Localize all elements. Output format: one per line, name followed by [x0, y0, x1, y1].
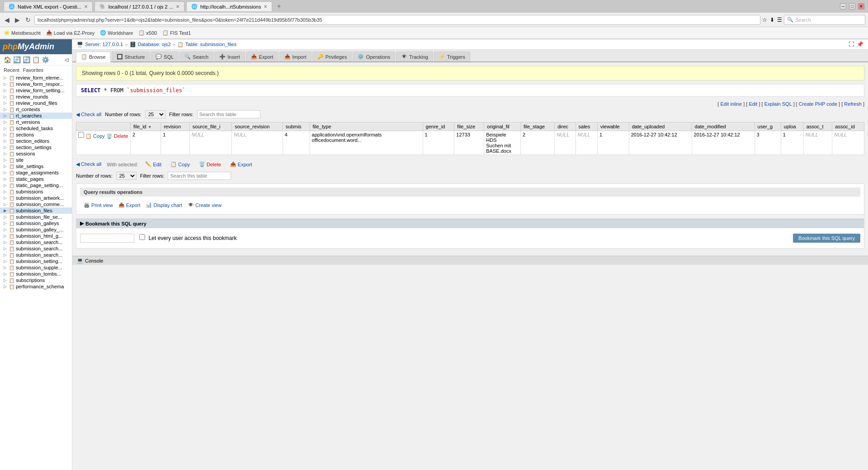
col-uploa[interactable]: uploa: [781, 122, 803, 131]
tab-browse[interactable]: 📋 Browse: [76, 52, 111, 62]
col-file-size[interactable]: file_size: [454, 122, 484, 131]
maximize-button[interactable]: □: [849, 3, 855, 9]
bookmark-meistbesucht[interactable]: ⭐ Meistbesucht: [4, 30, 41, 36]
new-tab-button[interactable]: ＋: [274, 2, 284, 10]
tab-triggers[interactable]: ⚡ Triggers: [434, 52, 470, 61]
browser-search-bar[interactable]: 🔍 Search: [784, 15, 865, 25]
bookmark-label-input[interactable]: [80, 234, 134, 243]
col-original-file[interactable]: original_fil: [484, 122, 521, 131]
tab-close-2[interactable]: ✕: [176, 4, 179, 9]
address-bar[interactable]: localhost/phpmyadmin/sql.php?server=1&db…: [34, 15, 760, 25]
col-revision[interactable]: revision: [161, 122, 190, 131]
refresh-icon[interactable]: 🔄: [23, 56, 30, 63]
tab-close-1[interactable]: ✕: [84, 4, 88, 9]
console-bar[interactable]: 💻 Console: [72, 256, 868, 265]
sidebar-item-review-form-respor[interactable]: ▷ 📋 review_form_respor...: [0, 81, 72, 87]
reload-button[interactable]: ↻: [24, 15, 33, 24]
sidebar-item-static-pages[interactable]: ▷ 📋 static_pages: [0, 176, 72, 182]
sidebar-item-submission-files[interactable]: ▶ 📋 submission_files: [0, 207, 72, 214]
col-source-file-i[interactable]: source_file_i: [189, 122, 231, 131]
breadcrumb-database[interactable]: Database: ojs2: [138, 42, 171, 47]
row-checkbox[interactable]: [78, 132, 84, 138]
sidebar-item-stage-assignments[interactable]: ▷ 📋 stage_assignments: [0, 169, 72, 176]
edit-link[interactable]: Edit: [749, 101, 757, 107]
tab-tracking[interactable]: 👁️ Tracking: [396, 52, 433, 61]
sidebar-item-site-settings[interactable]: ▷ 📋 site_settings: [0, 163, 72, 169]
home-icon[interactable]: 🏠: [4, 56, 11, 63]
sidebar-item-submission-search-1[interactable]: ▷ 📋 submission_search...: [0, 239, 72, 245]
sidebar-item-submission-search-3[interactable]: ▷ 📋 submission_search...: [0, 252, 72, 258]
bookmark-fis-test1[interactable]: 📋 FIS Test1: [162, 30, 191, 36]
col-date-modified[interactable]: date_modified: [692, 122, 755, 131]
delete-row-link[interactable]: 🗑️ Delete: [106, 133, 128, 139]
col-viewable[interactable]: viewable: [597, 122, 629, 131]
edit-selected-btn[interactable]: ✏️ Edit: [143, 160, 163, 168]
back-button[interactable]: ◀: [3, 15, 11, 24]
sidebar-item-performance-schema[interactable]: ▷ 📋 performance_schema: [0, 283, 72, 290]
edit-inline-link[interactable]: Edit inline: [720, 101, 742, 107]
copy-selected-btn[interactable]: 📋 Copy: [169, 160, 192, 168]
tab-privileges[interactable]: 🔑 Privileges: [312, 52, 352, 61]
filter-input-top[interactable]: [197, 110, 260, 118]
export-results-btn[interactable]: 📤 Export: [118, 202, 141, 208]
sidebar-item-submission-file-se[interactable]: ▷ 📋 submission_file_se...: [0, 214, 72, 220]
sidebar-item-submission-galley[interactable]: ▷ 📋 submission_galley_...: [0, 226, 72, 233]
sidebar-item-review-form-eleme[interactable]: ▷ 📋 review_form_eleme...: [0, 75, 72, 81]
sidebar-item-scheduled-tasks[interactable]: ▷ 📋 scheduled_tasks: [0, 125, 72, 132]
col-file-stage[interactable]: file_stage: [521, 122, 555, 131]
recent-label[interactable]: Recent: [4, 67, 19, 73]
collapse-sidebar-btn[interactable]: ◁: [65, 57, 68, 63]
sidebar-item-rt-searches[interactable]: ▷ 📋 rt_searches: [0, 113, 72, 119]
breadcrumb-server[interactable]: Server: 127.0.0.1: [85, 42, 123, 47]
sidebar-item-sessions[interactable]: ▷ 📋 sessions: [0, 150, 72, 157]
col-source-revision[interactable]: source_revision: [232, 122, 283, 131]
tab-export[interactable]: 📤 Export: [246, 52, 278, 61]
refresh-link[interactable]: Refresh: [844, 101, 862, 107]
col-file-type[interactable]: file_type: [310, 122, 423, 131]
create-php-code-link[interactable]: Create PHP code: [799, 101, 837, 107]
sidebar-item-submission-supple[interactable]: ▷ 📋 submission_supple...: [0, 264, 72, 271]
sidebar-item-review-rounds[interactable]: ▷ 📋 review_rounds: [0, 94, 72, 100]
bookmark-star-icon[interactable]: ☆: [762, 17, 767, 23]
browser-tab-1[interactable]: 🌐 Native XML export - Questi... ✕: [4, 1, 93, 11]
create-view-btn[interactable]: 👁️ Create view: [188, 202, 222, 208]
filter-input-bottom[interactable]: [168, 172, 231, 180]
col-direc[interactable]: direc: [555, 122, 576, 131]
col-date-uploaded[interactable]: date_uploaded: [629, 122, 692, 131]
sidebar-item-submission-setting[interactable]: ▷ 📋 submission_setting...: [0, 258, 72, 264]
copy-row-link[interactable]: 📋 Copy: [85, 133, 105, 139]
sidebar-item-rt-versions[interactable]: ▷ 📋 rt_versions: [0, 119, 72, 125]
close-button[interactable]: ✕: [858, 3, 864, 9]
fullscreen-icon[interactable]: ⛶: [849, 41, 854, 47]
col-assoc-t[interactable]: assoc_t: [803, 122, 832, 131]
sidebar-item-review-form-setting[interactable]: ▷ 📋 review_form_setting...: [0, 87, 72, 94]
col-submis[interactable]: submis: [283, 122, 310, 131]
rows-select-top[interactable]: 25 50 100: [145, 110, 165, 118]
tab-operations[interactable]: ⚙️ Operations: [353, 52, 395, 61]
tab-insert[interactable]: ➕ Insert: [214, 52, 245, 61]
delete-selected-btn[interactable]: 🗑️ Delete: [197, 160, 223, 168]
sidebar-item-submission-comme[interactable]: ▷ 📋 submission_comme...: [0, 201, 72, 207]
explain-sql-link[interactable]: Explain SQL: [764, 101, 792, 107]
col-genre-id[interactable]: genre_id: [423, 122, 454, 131]
browser-tab-3[interactable]: 🌐 http://localh...rtSubmissions ✕: [186, 1, 273, 11]
col-assoc-id[interactable]: assoc_id: [832, 122, 864, 131]
tab-structure[interactable]: 🔲 Structure: [112, 52, 150, 61]
sidebar-item-submission-html-g[interactable]: ▷ 📋 submission_html_g...: [0, 233, 72, 239]
bookmark-header[interactable]: ▶ Bookmark this SQL query: [76, 219, 864, 228]
browser-tab-2[interactable]: 🐘 localhost / 127.0.0.1 / ojs 2 ... ✕: [94, 1, 184, 11]
gear-icon[interactable]: ⚙️: [42, 56, 49, 63]
tab-search[interactable]: 🔍 Search: [179, 52, 213, 61]
print-view-btn[interactable]: 🖨️ Print view: [84, 202, 113, 208]
sidebar-item-submission-galleys[interactable]: ▷ 📋 submission_galleys: [0, 220, 72, 226]
sidebar-item-submission-artwork[interactable]: ▷ 📋 submission_artwork...: [0, 195, 72, 201]
sidebar-item-submission-search-2[interactable]: ▷ 📋 submission_search...: [0, 245, 72, 252]
tab-import[interactable]: 📥 Import: [279, 52, 311, 61]
sidebar-item-section-editors[interactable]: ▷ 📋 section_editors: [0, 138, 72, 144]
sidebar-item-section-settings[interactable]: ▷ 📋 section_settings: [0, 144, 72, 150]
tab-sql[interactable]: 💬 SQL: [151, 52, 179, 61]
download-icon[interactable]: ⬇: [770, 17, 774, 23]
minimize-button[interactable]: ─: [840, 3, 846, 9]
check-all-top[interactable]: ◀ Check all: [76, 112, 101, 118]
settings-icon[interactable]: ☰: [777, 17, 782, 23]
